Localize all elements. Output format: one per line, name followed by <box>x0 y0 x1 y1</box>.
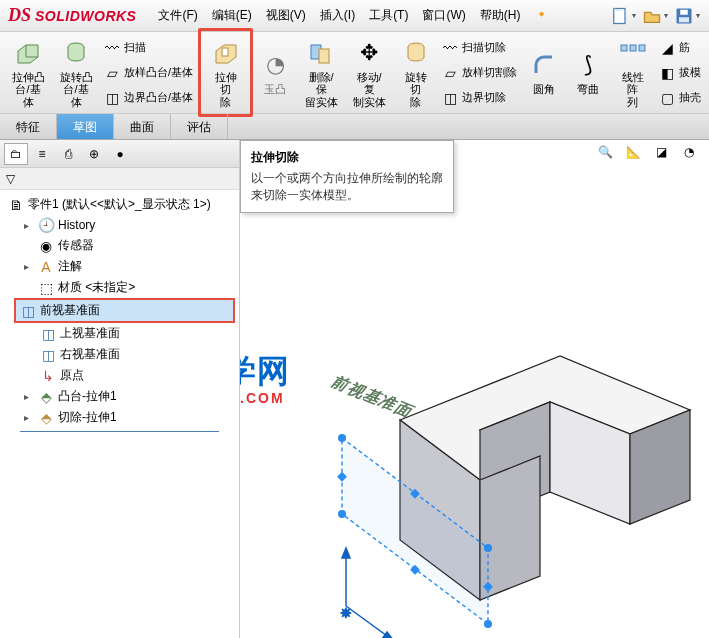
sweep-button[interactable]: 〰扫描 <box>100 38 197 58</box>
tab-surface[interactable]: 曲面 <box>114 114 171 139</box>
delete-keep-button[interactable]: 删除/保 留实体 <box>297 33 345 113</box>
tab-evaluate[interactable]: 评估 <box>171 114 228 139</box>
boundary-cut-button[interactable]: ◫边界切除 <box>438 88 521 108</box>
sweep-cut-icon: 〰 <box>442 40 458 56</box>
titlebar: DS SOLIDWORKS 文件(F) 编辑(E) 视图(V) 插入(I) 工具… <box>0 0 709 32</box>
svg-text:✷: ✷ <box>340 605 352 621</box>
loft-cut-icon: ▱ <box>442 65 458 81</box>
graphics-viewport[interactable]: 拉伸切除 以一个或两个方向拉伸所绘制的轮廓来切除一实体模型。 🔍 📐 ◪ ◔ 软… <box>240 140 709 638</box>
svg-rect-5 <box>222 48 228 56</box>
svg-rect-10 <box>630 45 636 51</box>
wizard-cut-button[interactable]: ◔ 玉凸 <box>253 45 297 100</box>
tree-top-plane[interactable]: ◫上视基准面 <box>36 323 235 344</box>
tree-boss-extrude1[interactable]: ▸⬘凸台-拉伸1 <box>20 386 235 407</box>
ribbon-col-boss-extras: 〰扫描 ▱放样凸台/基体 ◫边界凸台/基体 <box>100 35 197 110</box>
command-tabs: 特征 草图 曲面 评估 <box>0 114 709 140</box>
menu-help[interactable]: 帮助(H) <box>474 3 527 28</box>
open-button[interactable]: ▾ <box>641 4 669 28</box>
expand-icon[interactable]: ▸ <box>24 261 34 272</box>
rib-button[interactable]: ◢筋 <box>655 38 705 58</box>
menu-view[interactable]: 视图(V) <box>260 3 312 28</box>
shell-icon: ▢ <box>659 90 675 106</box>
wizard-icon: ◔ <box>259 49 291 81</box>
save-icon <box>674 5 694 27</box>
logo-text: SOLIDWORKS <box>35 8 136 24</box>
revolve-boss-icon <box>60 37 92 69</box>
sweep-cut-button[interactable]: 〰扫描切除 <box>438 38 521 58</box>
tree-right-plane[interactable]: ◫右视基准面 <box>36 344 235 365</box>
vp-measure-button[interactable]: 📐 <box>621 140 645 164</box>
tree-history[interactable]: ▸🕘History <box>20 215 235 235</box>
revolve-cut-icon <box>400 37 432 69</box>
loft-button[interactable]: ▱放样凸台/基体 <box>100 63 197 83</box>
svg-rect-9 <box>621 45 627 51</box>
tree-cut-extrude1[interactable]: ▸⬘切除-拉伸1 <box>20 407 235 428</box>
boundary-button[interactable]: ◫边界凸台/基体 <box>100 88 197 108</box>
origin-icon: ↳ <box>40 368 56 384</box>
ribbon-label: 玉凸 <box>264 83 286 96</box>
draft-button[interactable]: ◧拔模 <box>655 63 705 83</box>
menu-window[interactable]: 窗口(W) <box>416 3 471 28</box>
vp-section-button[interactable]: ◪ <box>649 140 673 164</box>
appearance-icon: ● <box>116 147 123 161</box>
ribbon-group-modify: 圆角 ⟆ 弯曲 线性阵 列 ◢筋 ◧拔模 ▢抽壳 <box>522 35 705 110</box>
tree-sensors[interactable]: ◉传感器 <box>20 235 235 256</box>
menu-file[interactable]: 文件(F) <box>152 3 203 28</box>
logo-icon: DS <box>8 5 31 26</box>
extrude-boss-button[interactable]: 拉伸凸 台/基体 <box>4 33 52 113</box>
svg-line-21 <box>346 606 390 638</box>
tree-annotations[interactable]: ▸A注解 <box>20 256 235 277</box>
ribbon-group-features: 拉伸凸 台/基体 旋转凸 台/基体 〰扫描 ▱放样凸台/基体 ◫边界凸台/基体 <box>4 35 197 110</box>
expand-icon[interactable]: ▸ <box>24 220 34 231</box>
ribbon-label: 旋转切 除 <box>399 71 432 109</box>
menu-insert[interactable]: 插入(I) <box>314 3 361 28</box>
section-icon: ◪ <box>656 145 667 159</box>
dropdown-icon: ▾ <box>696 11 700 20</box>
new-button[interactable]: ▾ <box>609 4 637 28</box>
menu-edit[interactable]: 编辑(E) <box>206 3 258 28</box>
vp-zoom-button[interactable]: 🔍 <box>593 140 617 164</box>
menu-search-icon[interactable]: 🔸 <box>528 3 555 28</box>
revolve-boss-button[interactable]: 旋转凸 台/基体 <box>52 33 100 113</box>
tab-sketch[interactable]: 草图 <box>57 114 114 139</box>
feature-tree-tab[interactable]: 🗀 <box>4 143 28 165</box>
boundary-icon: ◫ <box>104 90 120 106</box>
appearance-tab[interactable]: ● <box>108 143 132 165</box>
linear-pattern-button[interactable]: 线性阵 列 <box>610 33 655 113</box>
plane-icon: ◫ <box>20 303 36 319</box>
menu-tools[interactable]: 工具(T) <box>363 3 414 28</box>
tree-material[interactable]: ⬚材质 <未指定> <box>20 277 235 298</box>
vp-display-button[interactable]: ◔ <box>677 140 701 164</box>
watermark-en: WWW.RJZXW.COM <box>240 390 290 406</box>
save-button[interactable]: ▾ <box>673 4 701 28</box>
tree-end-bar <box>20 431 219 432</box>
fillet-button[interactable]: 圆角 <box>522 45 566 100</box>
feature-tree: 🗎 零件1 (默认<<默认>_显示状态 1>) ▸🕘History ◉传感器 ▸… <box>0 190 239 638</box>
tree-origin[interactable]: ↳原点 <box>36 365 235 386</box>
tab-feature[interactable]: 特征 <box>0 114 57 139</box>
svg-rect-2 <box>680 9 688 14</box>
tooltip-body: 以一个或两个方向拉伸所绘制的轮廓来切除一实体模型。 <box>251 170 443 204</box>
bend-button[interactable]: ⟆ 弯曲 <box>566 45 610 100</box>
tree-root[interactable]: 🗎 零件1 (默认<<默认>_显示状态 1>) <box>4 194 235 215</box>
config-tab[interactable]: ⎙ <box>56 143 80 165</box>
display-tab[interactable]: ⊕ <box>82 143 106 165</box>
model-3d[interactable]: ✷ <box>290 320 709 638</box>
filter-bar[interactable]: ▽ <box>0 168 239 190</box>
expand-icon[interactable]: ▸ <box>24 412 34 423</box>
tree-label: 零件1 (默认<<默认>_显示状态 1>) <box>28 196 211 213</box>
property-icon: ≡ <box>38 147 45 161</box>
watermark-cn: 软件自学网 <box>240 350 290 394</box>
loft-cut-button[interactable]: ▱放样切割除 <box>438 63 521 83</box>
sweep-icon: 〰 <box>104 40 120 56</box>
extrude-cut-button[interactable]: 拉伸切 除 <box>198 28 253 118</box>
move-copy-button[interactable]: ✥ 移动/复 制实体 <box>345 33 393 113</box>
tree-front-plane[interactable]: ◫前视基准面 <box>14 298 235 323</box>
shell-button[interactable]: ▢抽壳 <box>655 88 705 108</box>
property-tab[interactable]: ≡ <box>30 143 54 165</box>
expand-icon[interactable]: ▸ <box>24 391 34 402</box>
move-copy-icon: ✥ <box>353 37 385 69</box>
plane-icon: ◫ <box>40 347 56 363</box>
revolve-cut-button[interactable]: 旋转切 除 <box>393 33 438 113</box>
ribbon-col-cut-extras: 〰扫描切除 ▱放样切割除 ◫边界切除 <box>438 35 521 110</box>
